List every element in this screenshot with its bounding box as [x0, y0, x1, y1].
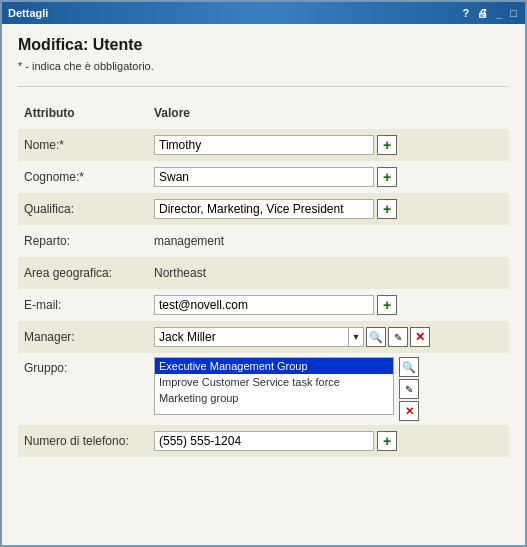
nome-input[interactable]: [154, 135, 374, 155]
qualifica-value-cell: +: [148, 193, 509, 225]
gruppo-listbox[interactable]: Executive Management GroupImprove Custom…: [154, 357, 394, 415]
email-row: E-mail: +: [18, 289, 509, 321]
page-title: Modifica: Utente: [18, 36, 509, 54]
manager-value-cell: ▼ 🔍 ✎ ✕: [148, 321, 509, 353]
manager-row: Manager: ▼ 🔍 ✎ ✕: [18, 321, 509, 353]
gruppo-buttons: 🔍 ✎ ✕: [397, 357, 419, 421]
cognome-input[interactable]: [154, 167, 374, 187]
gruppo-field-group: Executive Management GroupImprove Custom…: [154, 357, 503, 421]
reparto-label: Reparto:: [18, 225, 148, 257]
telefono-row: Numero di telefono: +: [18, 425, 509, 457]
cognome-field-group: +: [154, 167, 503, 187]
gruppo-item-2[interactable]: Marketing group: [155, 390, 393, 406]
email-field-group: +: [154, 295, 503, 315]
required-note: * - indica che è obbligatorio.: [18, 60, 509, 72]
reparto-static: management: [154, 234, 224, 248]
manager-field-group: ▼ 🔍 ✎ ✕: [154, 327, 503, 347]
qualifica-field-group: +: [154, 199, 503, 219]
area-label: Area geografica:: [18, 257, 148, 289]
titlebar: Dettagli ? 🖨 _ □: [2, 2, 525, 24]
manager-edit-button[interactable]: ✎: [388, 327, 408, 347]
maximize-button[interactable]: □: [508, 7, 519, 19]
cognome-add-button[interactable]: +: [377, 167, 397, 187]
qualifica-label: Qualifica:: [18, 193, 148, 225]
gruppo-value-cell: Executive Management GroupImprove Custom…: [148, 353, 509, 425]
print-button[interactable]: 🖨: [475, 7, 490, 19]
email-label: E-mail:: [18, 289, 148, 321]
manager-input[interactable]: [154, 327, 349, 347]
value-header: Valore: [148, 97, 509, 129]
form-table: Attributo Valore Nome:* +: [18, 97, 509, 457]
gruppo-label: Gruppo:: [18, 353, 148, 425]
minimize-button[interactable]: _: [494, 7, 504, 19]
window-title: Dettagli: [8, 7, 48, 19]
email-input[interactable]: [154, 295, 374, 315]
area-value: Northeast: [148, 257, 509, 289]
cognome-row: Cognome:* +: [18, 161, 509, 193]
qualifica-row: Qualifica: +: [18, 193, 509, 225]
qualifica-add-button[interactable]: +: [377, 199, 397, 219]
cognome-label: Cognome:*: [18, 161, 148, 193]
titlebar-controls: ? 🖨 _ □: [460, 7, 519, 19]
manager-remove-button[interactable]: ✕: [410, 327, 430, 347]
reparto-value: management: [148, 225, 509, 257]
telefono-input[interactable]: [154, 431, 374, 451]
gruppo-remove-button[interactable]: ✕: [399, 401, 419, 421]
manager-dropdown-button[interactable]: ▼: [348, 327, 364, 347]
telefono-add-button[interactable]: +: [377, 431, 397, 451]
nome-value-cell: +: [148, 129, 509, 161]
gruppo-search-button[interactable]: 🔍: [399, 357, 419, 377]
area-static: Northeast: [154, 266, 206, 280]
attribute-header: Attributo: [18, 97, 148, 129]
gruppo-row: Gruppo: Executive Management GroupImprov…: [18, 353, 509, 425]
manager-search-button[interactable]: 🔍: [366, 327, 386, 347]
cognome-value-cell: +: [148, 161, 509, 193]
email-add-button[interactable]: +: [377, 295, 397, 315]
nome-row: Nome:* +: [18, 129, 509, 161]
gruppo-item-1[interactable]: Improve Customer Service task force: [155, 374, 393, 390]
help-button[interactable]: ?: [460, 7, 471, 19]
content-area: Modifica: Utente * - indica che è obblig…: [2, 24, 525, 545]
header-row: Attributo Valore: [18, 97, 509, 129]
qualifica-input[interactable]: [154, 199, 374, 219]
gruppo-edit-button[interactable]: ✎: [399, 379, 419, 399]
telefono-field-group: +: [154, 431, 503, 451]
manager-label: Manager:: [18, 321, 148, 353]
gruppo-item-0[interactable]: Executive Management Group: [155, 358, 393, 374]
reparto-row: Reparto: management: [18, 225, 509, 257]
nome-add-button[interactable]: +: [377, 135, 397, 155]
telefono-label: Numero di telefono:: [18, 425, 148, 457]
nome-field-group: +: [154, 135, 503, 155]
area-row: Area geografica: Northeast: [18, 257, 509, 289]
nome-label: Nome:*: [18, 129, 148, 161]
divider: [18, 86, 509, 87]
telefono-value-cell: +: [148, 425, 509, 457]
email-value-cell: +: [148, 289, 509, 321]
window: Dettagli ? 🖨 _ □ Modifica: Utente * - in…: [0, 0, 527, 547]
